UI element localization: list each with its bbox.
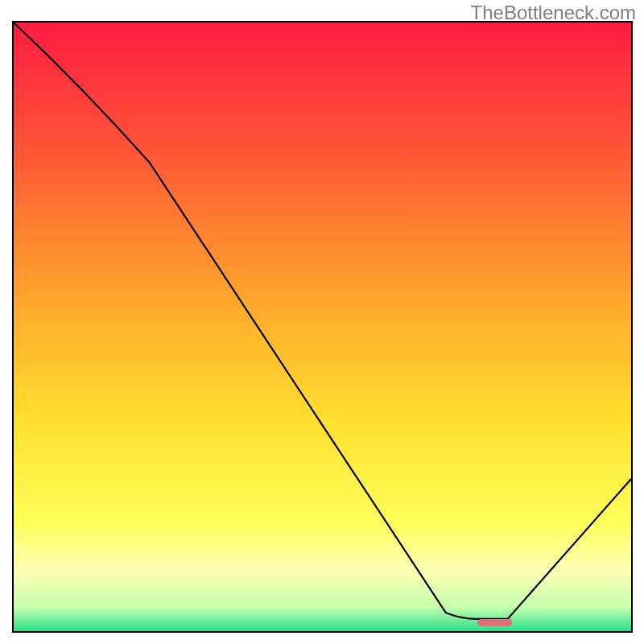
watermark-text: TheBottleneck.com (471, 2, 636, 24)
optimal-range-marker (477, 619, 512, 626)
plot-area (12, 21, 633, 633)
bottleneck-curve (14, 23, 631, 631)
chart-container: TheBottleneck.com (0, 0, 644, 644)
